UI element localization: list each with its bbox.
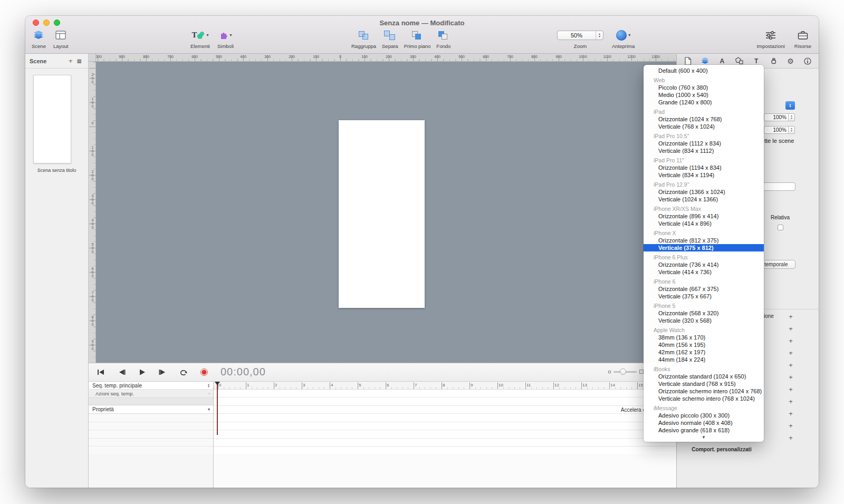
stepper-arrows-icon[interactable]: ▲▼ <box>789 113 795 121</box>
size-menu-item[interactable]: Verticale standard (768 x 915) <box>644 380 764 387</box>
ruler-top-label: 700 <box>504 55 516 59</box>
zoom-control[interactable]: 50% ▲▼ Zoom <box>557 28 603 49</box>
size-menu-item[interactable]: Verticale (834 x 1194) <box>644 171 764 179</box>
size-menu-item[interactable]: Verticale schermo intero (768 x 1024) <box>644 395 764 402</box>
size-menu-item[interactable]: Adesivo normale (408 x 408) <box>644 419 764 427</box>
actions-inspector-icon[interactable] <box>768 56 779 66</box>
add-button[interactable]: + <box>787 348 795 357</box>
size-menu-item[interactable]: Piccolo (760 x 380) <box>644 84 764 91</box>
size-menu-item[interactable]: Adesivo grande (618 x 618) <box>644 427 764 434</box>
step-back-button[interactable] <box>114 366 130 378</box>
slider-knob[interactable] <box>620 369 626 375</box>
jump-to-start-button[interactable] <box>93 366 109 378</box>
size-menu-item[interactable]: Orizzontale (568 x 320) <box>644 309 764 317</box>
symbols-menu-button[interactable]: ▾ Simboli <box>217 28 234 49</box>
timeline-actions-row[interactable]: Azioni seq. temp. ◦ <box>89 390 213 398</box>
identity-inspector-icon[interactable] <box>802 56 813 66</box>
height-percent-stepper[interactable]: 100% ▲▼ <box>764 126 795 134</box>
add-button[interactable]: + <box>787 312 795 321</box>
size-menu-item[interactable]: Orizzontale (1366 x 1024) <box>644 188 764 196</box>
artboard[interactable] <box>339 120 425 308</box>
size-menu-item[interactable]: 44mm (184 x 224) <box>644 356 764 363</box>
record-button[interactable] <box>196 366 212 378</box>
width-percent-stepper[interactable]: 100% ▲▼ <box>764 113 795 121</box>
size-menu-section: WebPiccolo (760 x 380)Medio (1000 x 540)… <box>644 76 764 106</box>
ruler-left-label: 300 <box>90 194 94 205</box>
playhead[interactable] <box>217 382 218 435</box>
bring-to-front-button[interactable]: Primo piano <box>404 28 431 49</box>
size-menu-item[interactable]: Orizzontale standard (1024 x 650) <box>644 373 764 380</box>
timeline-button-fragment[interactable]: temporale <box>762 260 795 269</box>
size-menu-item[interactable]: Default (600 x 400) <box>644 67 764 74</box>
timeline-grid[interactable]: 0123456789101112131415 Accelera e <box>214 382 676 488</box>
size-menu-item[interactable]: Orizzontale (667 x 375) <box>644 285 764 293</box>
send-to-back-button[interactable]: Fondo <box>436 28 450 49</box>
physics-inspector-icon[interactable]: ⚙ <box>785 56 797 66</box>
size-menu-item[interactable]: Verticale (375 x 812) <box>644 244 764 251</box>
size-menu-item[interactable]: Orizzontale (736 x 414) <box>644 261 764 268</box>
timeline-selector-stepper-icon[interactable]: ▲▼ <box>207 383 210 388</box>
add-button[interactable]: + <box>787 373 795 381</box>
scene-thumbnail[interactable] <box>33 75 71 163</box>
size-menu-item[interactable]: Verticale (1024 x 1366) <box>644 196 764 203</box>
popup-fragment[interactable] <box>762 182 795 191</box>
size-menu-item[interactable]: Verticale (320 x 568) <box>644 317 764 324</box>
size-menu-item[interactable]: Verticale (375 x 667) <box>644 293 764 300</box>
ruler-left-label: 0 <box>90 121 94 125</box>
size-menu-item[interactable]: Orizzontale (896 x 414) <box>644 212 764 220</box>
add-button[interactable]: + <box>787 409 795 418</box>
size-menu-item[interactable]: Orizzontale schermo intero (1024 x 768) <box>644 387 764 395</box>
group-button[interactable]: Raggruppa <box>351 28 376 49</box>
loop-button[interactable] <box>176 366 191 378</box>
relative-checkbox[interactable] <box>778 225 783 230</box>
scene-view-toggle-icon[interactable]: ▦ <box>75 58 84 64</box>
canvas[interactable] <box>96 62 676 363</box>
size-menu-item[interactable]: Verticale (768 x 1024) <box>644 123 764 130</box>
ruler-top-label: 600 <box>479 55 492 59</box>
add-button[interactable]: + <box>787 421 795 430</box>
size-menu-item[interactable]: 38mm (136 x 170) <box>644 334 764 341</box>
add-scene-button[interactable]: + <box>66 57 75 65</box>
size-menu-item[interactable]: 42mm (162 x 197) <box>644 348 764 356</box>
add-button[interactable]: + <box>787 433 795 442</box>
add-button[interactable]: + <box>787 336 795 345</box>
timeline-ruler-number: 4 <box>331 383 333 387</box>
size-menu-item[interactable]: Verticale (414 x 736) <box>644 268 764 276</box>
size-menu-item[interactable]: Orizzontale (1194 x 834) <box>644 164 764 171</box>
size-menu-item[interactable]: Verticale (834 x 1112) <box>644 147 764 154</box>
size-menu-item[interactable]: Medio (1000 x 540) <box>644 91 764 99</box>
size-menu-item[interactable]: Orizzontale (812 x 375) <box>644 237 764 244</box>
zoom-stepper[interactable]: ▲▼ <box>596 31 603 40</box>
easing-button[interactable]: Accelera e <box>621 407 646 414</box>
scene-panel-toggle-button[interactable]: Scene <box>32 28 46 49</box>
add-button[interactable]: + <box>787 385 795 393</box>
scroll-more-icon[interactable]: ▼ <box>644 434 764 441</box>
add-button[interactable]: + <box>787 397 795 405</box>
resources-button[interactable]: Risorse <box>794 28 811 49</box>
timeline-ruler[interactable]: 0123456789101112131415 <box>214 382 676 390</box>
properties-dropdown[interactable]: Proprietà ▾ <box>89 405 213 414</box>
size-menu-item[interactable]: Verticale (414 x 896) <box>644 220 764 227</box>
playhead-marker-icon[interactable] <box>215 382 220 385</box>
size-menu-item[interactable]: Orizzontale (1112 x 834) <box>644 140 764 147</box>
play-button[interactable] <box>134 366 150 378</box>
ungroup-icon <box>384 28 396 42</box>
ruler-top-label: 200 <box>285 55 298 59</box>
stepper-arrows-icon[interactable]: ▲▼ <box>789 126 795 134</box>
preview-button[interactable]: ▾ Anteprima <box>612 28 635 49</box>
size-menu-item[interactable]: 40mm (156 x 195) <box>644 341 764 348</box>
ungroup-button[interactable]: Separa <box>382 28 398 49</box>
size-menu-item[interactable]: Orizzontale (1024 x 768) <box>644 115 764 123</box>
add-button[interactable]: + <box>787 324 795 333</box>
timeline-selector-row[interactable]: Seq. temp. principale ▲▼ <box>89 382 213 390</box>
ruler-top-label: 1100 <box>601 55 613 59</box>
scale-popup-button[interactable]: ▲▼ <box>785 101 795 110</box>
elements-menu-button[interactable]: T ▾ Elementi <box>190 28 210 49</box>
size-menu-item[interactable]: Grande (1240 x 800) <box>644 99 764 106</box>
add-button[interactable]: + <box>787 361 795 369</box>
layout-button[interactable]: Layout <box>53 28 69 49</box>
timeline-zoom-slider[interactable] <box>608 370 644 374</box>
size-menu-item[interactable]: Adesivo piccolo (300 x 300) <box>644 412 764 419</box>
settings-button[interactable]: Impostazioni <box>756 28 784 49</box>
step-forward-button[interactable] <box>155 366 170 378</box>
